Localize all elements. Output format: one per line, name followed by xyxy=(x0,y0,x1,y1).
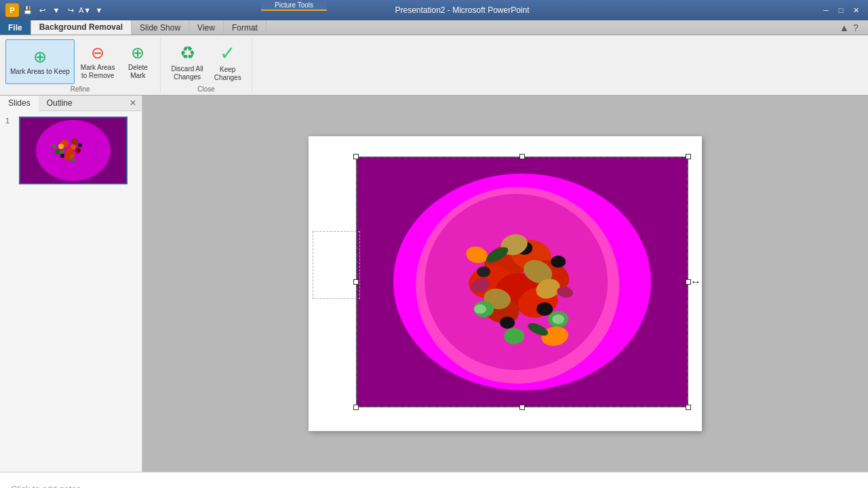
ribbon: File Background Removal Slide Show View … xyxy=(0,20,868,96)
svg-point-12 xyxy=(60,154,64,158)
tab-view[interactable]: View xyxy=(189,20,224,35)
app-icon: P xyxy=(5,3,19,17)
maximize-button[interactable]: □ xyxy=(834,3,848,17)
tab-format[interactable]: Format xyxy=(224,20,267,35)
mark-remove-label: Mark Areasto Remove xyxy=(81,64,115,80)
svg-point-27 xyxy=(551,256,566,268)
minimize-button[interactable]: ─ xyxy=(819,3,833,17)
slide-canvas: ↔ xyxy=(309,136,702,431)
mark-keep-label: Mark Areas to Keep xyxy=(10,68,70,76)
slides-panel: Slides Outline ✕ 1 xyxy=(0,96,142,472)
salad-svg xyxy=(402,174,633,390)
title-bar-left: P 💾 ↩ ▼ ↪ A▼ ▼ Picture Tools xyxy=(5,3,105,17)
ribbon-group-refine: ⊕ Mark Areas to Keep ⊖ Mark Areasto Remo… xyxy=(0,38,161,92)
ribbon-group-close: ♻ Discard AllChanges ✓ KeepChanges Close xyxy=(161,38,252,92)
title-bar: P 💾 ↩ ▼ ↪ A▼ ▼ Picture Tools Presentatio… xyxy=(0,0,868,20)
svg-point-10 xyxy=(52,144,56,148)
svg-point-8 xyxy=(75,148,81,153)
keep-changes-button[interactable]: ✓ KeepChanges xyxy=(210,39,246,84)
svg-point-4 xyxy=(71,138,78,145)
slides-tab[interactable]: Slides xyxy=(0,96,39,111)
handle-bottom-right[interactable] xyxy=(686,405,691,410)
resize-cursor-icon: ↔ xyxy=(690,276,701,288)
handle-bottom-left[interactable] xyxy=(353,405,359,410)
mark-remove-icon: ⊖ xyxy=(91,43,104,62)
help-button[interactable]: ? xyxy=(853,22,864,33)
slide-item-1[interactable]: 1 xyxy=(5,117,136,184)
mark-keep-icon: ⊕ xyxy=(33,47,47,66)
image-container[interactable]: ↔ xyxy=(356,157,688,407)
tab-slide-show[interactable]: Slide Show xyxy=(132,20,189,35)
main-area: Slides Outline ✕ 1 xyxy=(0,96,868,472)
svg-point-28 xyxy=(477,266,490,277)
ribbon-minimize-button[interactable]: ▲ xyxy=(840,22,850,33)
discard-all-changes-button[interactable]: ♻ Discard AllChanges xyxy=(166,39,208,84)
window-controls: ─ □ ✕ xyxy=(819,3,863,17)
undo-dropdown-button[interactable]: ▼ xyxy=(50,4,62,16)
svg-point-11 xyxy=(78,143,82,147)
outline-tab[interactable]: Outline xyxy=(39,96,81,110)
ribbon-content: ⊕ Mark Areas to Keep ⊖ Mark Areasto Remo… xyxy=(0,35,868,95)
picture-tools-header: Picture Tools xyxy=(261,0,327,11)
qat-more-button[interactable]: ▼ xyxy=(93,4,105,16)
svg-point-36 xyxy=(474,304,486,314)
svg-point-29 xyxy=(536,302,553,316)
delete-mark-button[interactable]: ⊕ DeleteMark xyxy=(121,39,155,84)
slide-thumbnail-1[interactable] xyxy=(19,117,127,184)
notes-area[interactable]: Click to add notes xyxy=(0,472,868,488)
refine-buttons: ⊕ Mark Areas to Keep ⊖ Mark Areasto Remo… xyxy=(5,39,155,84)
thumbnail-svg xyxy=(20,118,126,183)
mark-areas-remove-button[interactable]: ⊖ Mark Areasto Remove xyxy=(76,39,120,84)
tab-file[interactable]: File xyxy=(0,20,31,35)
handle-bottom-mid[interactable] xyxy=(519,405,525,410)
slides-list: 1 xyxy=(0,111,142,472)
panel-close-button[interactable]: ✕ xyxy=(124,96,142,110)
close-group-label: Close xyxy=(197,85,215,93)
keep-changes-icon: ✓ xyxy=(220,42,235,64)
empty-selection-rect xyxy=(313,231,360,299)
slides-panel-tabs: Slides Outline ✕ xyxy=(0,96,142,111)
svg-point-7 xyxy=(58,144,64,149)
ribbon-tabs: File Background Removal Slide Show View … xyxy=(0,20,868,35)
svg-point-5 xyxy=(55,149,60,155)
redo-button[interactable]: ↪ xyxy=(64,4,77,16)
close-buttons: ♻ Discard AllChanges ✓ KeepChanges xyxy=(166,39,245,84)
refine-group-label: Refine xyxy=(71,85,90,93)
delete-mark-icon: ⊕ xyxy=(131,43,144,62)
mark-areas-keep-button[interactable]: ⊕ Mark Areas to Keep xyxy=(5,39,75,84)
discard-label: Discard AllChanges xyxy=(171,65,203,81)
keep-changes-label: KeepChanges xyxy=(214,66,241,82)
svg-point-30 xyxy=(500,317,515,329)
close-button[interactable]: ✕ xyxy=(849,3,863,17)
handle-top-left[interactable] xyxy=(353,154,359,159)
notes-placeholder: Click to add notes xyxy=(11,484,81,488)
tab-background-removal[interactable]: Background Removal xyxy=(31,20,132,35)
handle-mid-right[interactable]: ↔ xyxy=(686,279,691,285)
discard-icon: ♻ xyxy=(180,43,195,64)
save-button[interactable]: 💾 xyxy=(22,4,34,16)
undo-button[interactable]: ↩ xyxy=(36,4,48,16)
image-display xyxy=(356,157,688,407)
handle-top-mid[interactable] xyxy=(519,154,525,159)
svg-point-39 xyxy=(504,328,524,344)
handle-top-right[interactable] xyxy=(686,154,691,159)
delete-mark-label: DeleteMark xyxy=(128,64,148,80)
quick-access-toolbar: 💾 ↩ ▼ ↪ A▼ ▼ xyxy=(22,4,105,16)
slide-number-1: 1 xyxy=(5,117,15,125)
customize-qat-button[interactable]: A▼ xyxy=(79,4,91,16)
window-title: Presentation2 - Microsoft PowerPoint xyxy=(105,5,819,15)
svg-point-2 xyxy=(42,124,94,171)
svg-point-38 xyxy=(552,314,564,324)
canvas-area[interactable]: ↔ xyxy=(142,96,868,472)
svg-point-14 xyxy=(66,148,74,156)
